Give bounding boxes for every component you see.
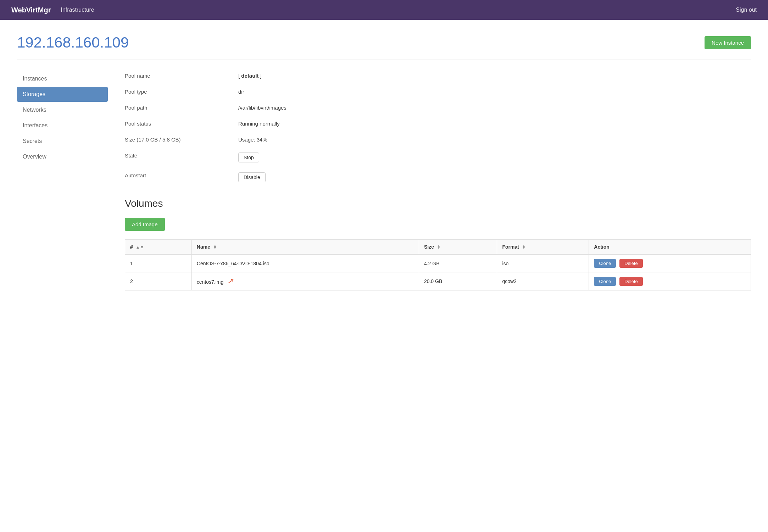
sidebar-item-networks[interactable]: Networks [17, 102, 108, 117]
pool-state-button-container: Stop [238, 151, 751, 164]
row2-format: qcow2 [497, 272, 589, 290]
volumes-title: Volumes [125, 198, 751, 209]
row1-name: CentOS-7-x86_64-DVD-1804.iso [191, 254, 419, 272]
row1-size: 4.2 GB [419, 254, 497, 272]
pool-name-value: [ default ] [238, 71, 751, 80]
row2-delete-button[interactable]: Delete [619, 277, 643, 286]
pool-type-label: Pool type [125, 87, 238, 96]
pool-size-value: Usage: 34% [238, 135, 751, 144]
table-row: 1 CentOS-7-x86_64-DVD-1804.iso 4.2 GB is… [125, 254, 751, 272]
navbar: WebVirtMgr Infrastructure Sign out [0, 0, 768, 20]
col-header-size[interactable]: Size ⇕ [419, 240, 497, 255]
sort-name-icon: ⇕ [213, 245, 217, 250]
row2-num: 2 [125, 272, 192, 290]
col-header-num[interactable]: # ▲▼ [125, 240, 192, 255]
sidebar-item-storages[interactable]: Storages [17, 87, 108, 102]
page-title: 192.168.160.109 [17, 34, 129, 51]
pool-autostart-label: Autostart [125, 171, 238, 184]
sort-num-icon: ▲▼ [136, 245, 144, 250]
header-divider [17, 60, 751, 60]
sort-size-icon: ⇕ [437, 245, 440, 250]
row1-action: Clone Delete [589, 254, 751, 272]
navbar-infrastructure-link[interactable]: Infrastructure [61, 7, 94, 13]
row1-format: iso [497, 254, 589, 272]
sidebar-item-secrets[interactable]: Secrets [17, 134, 108, 149]
navbar-left: WebVirtMgr Infrastructure [11, 6, 94, 14]
pool-status-value: Running normally [238, 119, 751, 128]
main-layout: Instances Storages Networks Interfaces S… [17, 71, 751, 290]
col-header-name[interactable]: Name ⇕ [191, 240, 419, 255]
disable-button[interactable]: Disable [238, 172, 266, 182]
pool-size-label: Size (17.0 GB / 5.8 GB) [125, 135, 238, 144]
pool-path-label: Pool path [125, 103, 238, 112]
sidebar-item-overview[interactable]: Overview [17, 149, 108, 164]
row1-delete-button[interactable]: Delete [619, 259, 643, 268]
signout-link[interactable]: Sign out [736, 7, 757, 13]
col-header-action: Action [589, 240, 751, 255]
row2-name: centos7.img ↗ [191, 272, 419, 290]
sidebar-item-instances[interactable]: Instances [17, 71, 108, 86]
sort-format-icon: ⇕ [522, 245, 525, 250]
row2-action: Clone Delete [589, 272, 751, 290]
pool-type-value: dir [238, 87, 751, 96]
row2-size: 20.0 GB [419, 272, 497, 290]
row1-num: 1 [125, 254, 192, 272]
arrow-annotation-icon: ↗ [227, 276, 235, 287]
row2-clone-button[interactable]: Clone [594, 277, 616, 286]
table-row: 2 centos7.img ↗ 20.0 GB qcow2 Clone Dele… [125, 272, 751, 290]
new-instance-button[interactable]: New Instance [705, 36, 751, 49]
sidebar-item-interfaces[interactable]: Interfaces [17, 118, 108, 133]
pool-state-label: State [125, 151, 238, 164]
page-content: 192.168.160.109 New Instance Instances S… [0, 20, 768, 305]
main-content: Pool name [ default ] Pool type dir Pool… [116, 71, 751, 290]
page-header: 192.168.160.109 New Instance [17, 34, 751, 51]
col-header-format[interactable]: Format ⇕ [497, 240, 589, 255]
sidebar: Instances Storages Networks Interfaces S… [17, 71, 116, 290]
volumes-table: # ▲▼ Name ⇕ Size ⇕ Format [125, 239, 751, 290]
add-image-button[interactable]: Add Image [125, 218, 165, 231]
stop-button[interactable]: Stop [238, 153, 259, 162]
pool-autostart-button-container: Disable [238, 171, 751, 184]
pool-name-label: Pool name [125, 71, 238, 80]
navbar-brand: WebVirtMgr [11, 6, 51, 14]
table-header-row: # ▲▼ Name ⇕ Size ⇕ Format [125, 240, 751, 255]
pool-info-grid: Pool name [ default ] Pool type dir Pool… [125, 71, 751, 184]
pool-name-bold: default [241, 73, 258, 79]
row1-clone-button[interactable]: Clone [594, 259, 616, 268]
pool-path-value: /var/lib/libvirt/images [238, 103, 751, 112]
pool-status-label: Pool status [125, 119, 238, 128]
